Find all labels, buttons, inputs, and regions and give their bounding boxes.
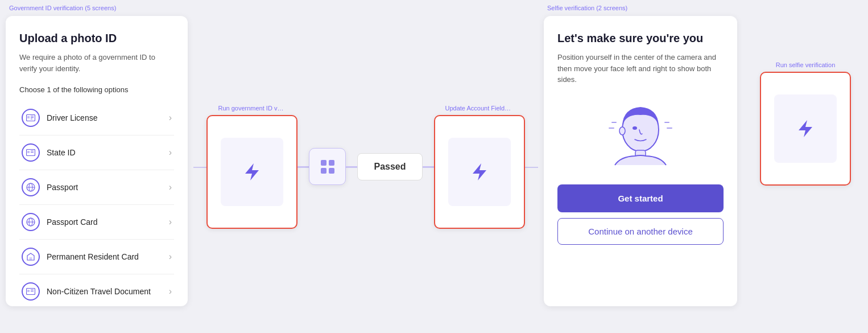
non-citizen-icon [22,282,40,301]
connector-3 [423,166,434,167]
right-section-label: Selfie verification (2 screens) [544,5,737,11]
passport-label: Passport [47,183,78,192]
passed-badge: Passed [357,153,422,180]
choose-label: Choose 1 of the following options [19,85,174,94]
bolt-icon [242,162,262,182]
driver-license-label: Driver License [47,113,97,122]
option-passport[interactable]: Passport › [19,170,174,205]
svg-rect-1 [27,116,30,118]
continue-device-button[interactable]: Continue on another device [557,218,724,245]
selfie-flow-node: Run selfie verification [760,61,851,186]
selfie-card: Let's make sure you're you Position your… [544,16,737,306]
svg-rect-6 [27,151,30,153]
option-permanent-resident[interactable]: Permanent Resident Card › [19,240,174,274]
update-fields-inner [448,138,511,206]
selfie-title: Let's make sure you're you [557,32,724,45]
bolt-icon-2 [469,162,490,182]
svg-rect-24 [329,160,334,166]
option-non-citizen[interactable]: Non-Citizen Travel Document › [19,274,174,306]
option-passport-card[interactable]: Passport Card › [19,205,174,240]
update-fields-card[interactable] [434,115,525,229]
left-panel: Government ID verification (5 screens) U… [0,0,193,333]
connector-1 [297,166,309,167]
selfie-illustration [557,97,724,171]
svg-rect-23 [321,160,326,166]
permanent-resident-icon [22,248,40,266]
chevron-icon: › [169,252,172,262]
gov-id-inner-card [221,138,283,206]
option-driver-license[interactable]: Driver License › [19,101,174,135]
state-id-icon [22,143,40,162]
gov-id-flow-card[interactable] [206,115,297,229]
passport-card-icon [22,213,40,231]
selfie-flow-label: Run selfie verification [776,61,836,68]
svg-rect-15 [30,257,32,260]
left-section-label: Government ID verification (5 screens) [6,5,188,11]
option-state-id[interactable]: State ID › [19,135,174,170]
card-title: Upload a photo ID [19,32,174,45]
non-citizen-label: Non-Citizen Travel Document [47,287,151,296]
gov-id-node: Run government ID verifi... [206,105,297,229]
update-fields-node: Update Account Fields fr... [434,105,525,229]
main-container: Government ID verification (5 screens) U… [0,0,868,333]
chevron-icon: › [169,147,172,158]
selfie-inner-card [774,94,837,163]
card-description: We require a photo of a government ID to… [19,52,174,74]
passport-icon [22,178,40,196]
connector-flow-card [309,148,346,185]
state-id-label: State ID [47,148,76,157]
driver-license-icon [22,109,40,127]
chevron-icon: › [169,113,172,123]
face-scan-svg [604,97,677,171]
chevron-icon: › [169,182,172,192]
chevron-icon: › [169,286,172,297]
flow-area: Run government ID verifi... [193,0,538,333]
update-fields-label: Update Account Fields fr... [445,105,514,112]
get-started-button[interactable]: Get started [557,184,724,212]
svg-point-29 [633,126,637,130]
bolt-icon-selfie [795,118,816,139]
gov-id-card: Upload a photo ID We require a photo of … [6,16,188,306]
svg-rect-17 [27,290,30,292]
gov-id-node-label: Run government ID verifi... [218,105,286,112]
svg-rect-25 [321,168,326,174]
connector-node [309,148,346,185]
chevron-icon: › [169,217,172,227]
selfie-description: Position yourself in the center of the c… [557,52,724,85]
far-right-panel: Run selfie verification [743,0,868,333]
connector-2 [346,166,357,167]
svg-point-28 [619,127,625,135]
grid-icon [320,159,336,175]
permanent-resident-label: Permanent Resident Card [47,252,139,261]
svg-rect-26 [329,168,334,174]
right-panel: Selfie verification (2 screens) Let's ma… [538,0,743,333]
selfie-flow-card[interactable] [760,72,851,186]
passport-card-label: Passport Card [47,217,97,227]
